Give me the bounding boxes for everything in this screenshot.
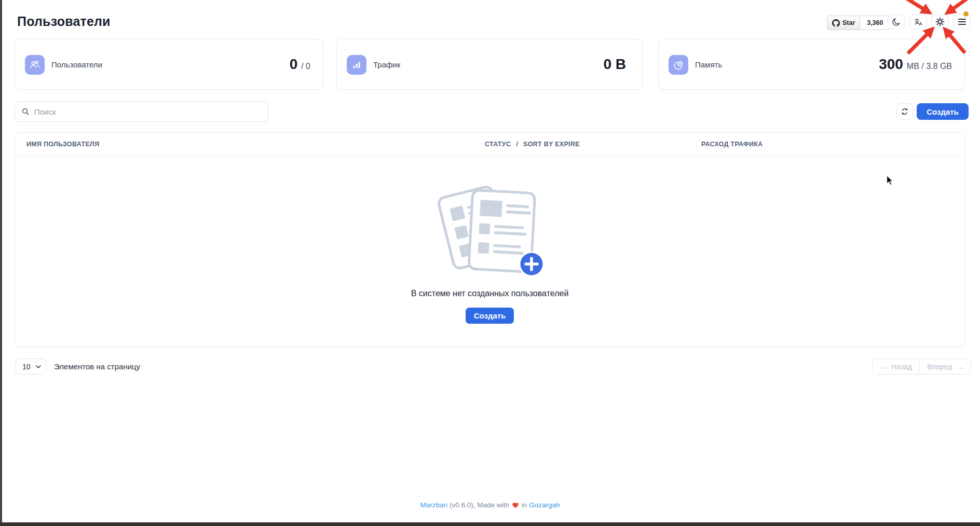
stat-label: Пользователи	[51, 60, 102, 69]
dark-mode-button[interactable]	[888, 15, 905, 29]
column-header-username[interactable]: ИМЯ ПОЛЬЗОВАТЕЛЯ	[26, 141, 99, 148]
page-size-label: Элементов на страницу	[54, 362, 140, 371]
github-octocat-icon	[832, 19, 840, 27]
plus-circle-icon	[519, 252, 545, 277]
stat-card-traffic: Трафик 0 B	[336, 39, 643, 90]
column-header-sort-by-expire[interactable]: SORT BY EXPIRE	[523, 141, 580, 148]
gear-icon	[935, 17, 945, 26]
search-input[interactable]	[34, 107, 268, 116]
menu-button[interactable]	[953, 15, 971, 29]
footer: Marzban (v0.6.0), Made with in Gozargah	[0, 501, 980, 509]
users-table: ИМЯ ПОЛЬЗОВАТЕЛЯ СТАТУС/SORT BY EXPIRE Р…	[15, 132, 965, 347]
hamburger-icon	[958, 19, 966, 25]
column-header-separator: /	[516, 141, 518, 148]
footer-version-text: (v0.6.0), Made with	[450, 501, 509, 509]
moon-icon	[892, 17, 901, 26]
next-label: Вперед	[927, 363, 952, 371]
footer-org-link[interactable]: Gozargah	[529, 501, 560, 509]
table-header-row: ИМЯ ПОЛЬЗОВАТЕЛЯ СТАТУС/SORT BY EXPIRE Р…	[15, 133, 964, 156]
column-header-status[interactable]: СТАТУС	[485, 141, 511, 148]
search-icon	[21, 107, 30, 116]
stat-card-users: Пользователи 0 / 0	[15, 39, 323, 90]
empty-state-illustration	[435, 178, 545, 287]
settings-button[interactable]	[931, 15, 949, 29]
footer-brand-link[interactable]: Marzban	[420, 501, 447, 509]
right-arrow-glyph: →	[956, 363, 963, 371]
prev-page-button[interactable]: ← Назад	[873, 359, 919, 374]
column-header-status-expire[interactable]: СТАТУС/SORT BY EXPIRE	[485, 141, 580, 148]
svg-text:A: A	[919, 21, 922, 26]
language-button[interactable]: A	[909, 15, 927, 29]
empty-state-message: В системе нет созданных пользователей	[15, 289, 964, 298]
heart-icon	[512, 502, 519, 509]
annotation-arrow-top-right	[951, 0, 975, 10]
left-arrow-glyph: ←	[880, 363, 887, 371]
github-star-count[interactable]: 3,360	[860, 16, 890, 30]
search-box	[15, 101, 268, 122]
refresh-button[interactable]	[896, 103, 913, 120]
page-size-value: 10	[22, 363, 31, 371]
github-star-widget: Star 3,360	[827, 16, 890, 30]
prev-label: Назад	[891, 363, 912, 371]
page-size-select[interactable]: 10	[16, 358, 46, 375]
stat-card-memory: Память 300 MB / 3.8 GB	[658, 39, 965, 90]
stat-suffix: / 0	[301, 62, 310, 71]
github-star-label: Star	[842, 19, 855, 26]
pagination-controls: ← Назад Вперед →	[872, 358, 971, 375]
stat-suffix: MB / 3.8 GB	[907, 62, 952, 71]
column-header-traffic-usage[interactable]: РАСХОД ТРАФИКА	[701, 141, 763, 148]
stat-label: Память	[695, 60, 722, 69]
users-icon	[25, 55, 45, 75]
desktop-edge-left	[0, 0, 2, 526]
next-page-button[interactable]: Вперед →	[919, 359, 971, 374]
traffic-bars-icon	[347, 55, 366, 75]
empty-state-create-button[interactable]: Создать	[466, 308, 514, 324]
chevron-down-icon	[36, 365, 41, 368]
desktop-edge-bottom	[0, 522, 980, 526]
memory-pie-icon	[669, 55, 688, 75]
refresh-icon	[901, 107, 909, 116]
menu-notification-dot	[963, 11, 969, 17]
stat-value: 0 B	[603, 56, 626, 73]
footer-in-text: in	[522, 501, 527, 509]
create-button[interactable]: Создать	[917, 103, 969, 120]
github-star-button[interactable]: Star	[827, 16, 860, 30]
annotation-arrow-top-left	[899, 0, 925, 10]
stat-value: 0	[290, 56, 298, 73]
mouse-cursor	[886, 175, 894, 186]
stat-value: 300	[879, 56, 903, 73]
translate-icon: A	[914, 18, 923, 26]
stat-label: Трафик	[373, 60, 400, 69]
page-title: Пользователи	[17, 14, 111, 29]
